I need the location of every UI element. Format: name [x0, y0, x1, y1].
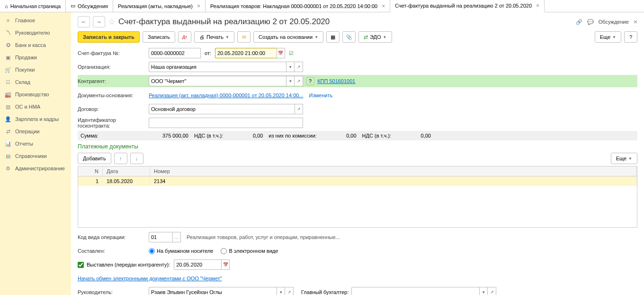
structure-button[interactable]: ▦ — [326, 31, 340, 43]
close-icon[interactable]: × — [536, 2, 539, 9]
open-icon[interactable]: ↗ — [295, 62, 303, 72]
add-button[interactable]: Добавить — [78, 153, 111, 164]
more-button[interactable]: Еще▼ — [595, 31, 621, 43]
org-field[interactable]: Наша организация — [149, 62, 286, 72]
number-field[interactable]: 0000-0000002 — [149, 48, 201, 58]
tab-discuss[interactable]: ▭ Обсуждения — [66, 0, 113, 12]
radio-paper-input[interactable] — [149, 248, 155, 254]
forward-button[interactable]: → — [93, 16, 105, 28]
side-operations[interactable]: ⇄Операции — [0, 125, 71, 138]
tab-home[interactable]: ⌂ Начальная страница — [0, 0, 66, 12]
select-icon[interactable]: … — [172, 232, 181, 242]
side-sales[interactable]: ▣Продажи — [0, 51, 71, 64]
help-button[interactable]: ? — [624, 31, 637, 43]
sum-label: Сумма: — [80, 133, 152, 138]
tab-doc2[interactable]: Реализация товаров: Накладная 0000-00000… — [206, 0, 390, 12]
sum-value: 375 000,00 — [152, 133, 194, 138]
open-icon[interactable]: ↗ — [295, 76, 303, 86]
side-main[interactable]: ≡Главное — [0, 14, 71, 27]
chart-icon: 📊 — [5, 140, 11, 147]
print-label: Печать — [206, 34, 224, 40]
gov-field[interactable] — [149, 118, 303, 128]
side-manager[interactable]: 〽Руководителю — [0, 27, 71, 39]
vat-value: 0,00 — [226, 133, 268, 138]
more-button[interactable]: Еще▼ — [611, 153, 637, 164]
table-row[interactable]: 1 18.05.2020 2134 — [78, 176, 637, 186]
side-reports[interactable]: 📊Отчеты — [0, 138, 71, 150]
basis-change[interactable]: Изменить — [309, 92, 333, 98]
save-button[interactable]: Записать — [143, 31, 175, 43]
side-stock[interactable]: ☷Склад — [0, 76, 71, 88]
save-close-button[interactable]: Записать и закрыть — [78, 31, 140, 43]
open-icon[interactable]: ↗ — [488, 287, 496, 295]
sidebar-item-label: Справочники — [15, 153, 47, 159]
mail-button[interactable]: ✉ — [237, 31, 250, 43]
dropdown-icon[interactable]: ▾ — [286, 62, 295, 72]
back-button[interactable]: ← — [78, 16, 90, 28]
sidebar-item-label: Отчеты — [15, 141, 33, 147]
radio-elec[interactable]: В электронном виде — [221, 248, 278, 254]
sidebar-item-label: Продажи — [15, 55, 37, 60]
help-button[interactable]: ? — [306, 77, 314, 85]
contract-field[interactable]: Основной договор — [149, 104, 295, 114]
side-refs[interactable]: ▤Справочники — [0, 150, 71, 162]
book-icon: ▤ — [5, 153, 11, 159]
close-icon[interactable]: × — [634, 18, 637, 26]
attach-button[interactable]: 📎 — [342, 31, 356, 43]
star-icon[interactable]: ☆ — [108, 17, 116, 27]
open-icon[interactable]: ↗ — [295, 104, 303, 114]
date-field[interactable]: 20.05.2020 21:00:00 — [215, 48, 277, 58]
dropdown-icon[interactable]: ▾ — [277, 287, 285, 295]
check-icon[interactable]: ☑ — [289, 50, 294, 56]
people-icon: 👤 — [5, 116, 11, 122]
sidebar: ≡Главное 〽Руководителю ✪Банк и касса ▣Пр… — [0, 12, 71, 295]
side-production[interactable]: 🏭Производство — [0, 88, 71, 101]
edo-link[interactable]: Начать обмен электронными документами с … — [78, 276, 222, 281]
discuss-icon[interactable]: 💬 — [587, 19, 594, 25]
radio-elec-input[interactable] — [221, 248, 227, 254]
cell-num: 2134 — [150, 176, 637, 186]
comm-label: из них по комиссии: — [268, 133, 319, 138]
tab-doc3[interactable]: Счет-фактура выданный на реализацию 2 от… — [390, 0, 545, 12]
close-icon[interactable]: × — [382, 3, 385, 9]
counter-field[interactable]: ООО "Чермет" — [149, 76, 286, 86]
dropdown-icon[interactable]: ▾ — [286, 76, 295, 86]
mgr-label: Руководитель: — [78, 289, 149, 295]
counter-label: Контрагент: — [78, 78, 149, 84]
create-basis-button[interactable]: Создать на основании▼ — [253, 31, 323, 43]
gear-icon: ⚙ — [5, 165, 11, 172]
edo-button[interactable]: ⇄ЭДО▼ — [358, 31, 392, 43]
calendar-icon[interactable]: 📅 — [277, 48, 285, 58]
col-num[interactable]: Номер — [150, 166, 637, 176]
side-bank[interactable]: ✪Банк и касса — [0, 39, 71, 51]
link-icon[interactable]: 🔗 — [576, 19, 582, 25]
issued-date-field[interactable]: 20.05.2020 — [174, 259, 221, 270]
kpp-link[interactable]: КПП 501601001 — [317, 78, 355, 84]
move-down-button[interactable]: ↓ — [130, 153, 143, 164]
col-date[interactable]: Дата — [103, 166, 150, 176]
issued-checkbox[interactable] — [78, 262, 84, 268]
radio-paper[interactable]: На бумажном носителе — [149, 248, 213, 254]
mgr-field[interactable]: Рзаев Эльвин Гусейхан Оглы — [149, 287, 277, 295]
calendar-icon[interactable]: 📅 — [221, 259, 230, 270]
dropdown-icon[interactable]: ▾ — [479, 287, 488, 295]
print-button[interactable]: 🖨Печать▼ — [194, 31, 234, 43]
side-admin[interactable]: ⚙Администрирование — [0, 162, 71, 175]
discuss-label[interactable]: Обсуждение — [599, 19, 629, 25]
menu-icon: ≡ — [5, 17, 11, 24]
side-assets[interactable]: ▥ОС и НМА — [0, 101, 71, 113]
acc-field[interactable] — [351, 287, 479, 295]
dt-kt-button[interactable]: Дт — [178, 31, 191, 43]
open-icon[interactable]: ↗ — [285, 287, 294, 295]
col-n[interactable]: N — [78, 166, 103, 176]
close-icon[interactable]: × — [197, 3, 200, 9]
tab-label: Реализация товаров: Накладная 0000-00000… — [210, 3, 377, 9]
tab-doc1[interactable]: Реализация (акты, накладные) × — [113, 0, 206, 12]
code-desc: Реализация товаров, работ, услуг и опера… — [187, 234, 340, 240]
printer-icon: 🖨 — [199, 34, 205, 40]
move-up-button[interactable]: ↑ — [114, 153, 127, 164]
basis-link[interactable]: Реализация (акт, накладная) 0000-000001 … — [149, 92, 304, 98]
side-purchase[interactable]: 🛒Покупки — [0, 64, 71, 76]
side-hr[interactable]: 👤Зарплата и кадры — [0, 113, 71, 125]
code-field[interactable]: 01 — [149, 232, 172, 242]
